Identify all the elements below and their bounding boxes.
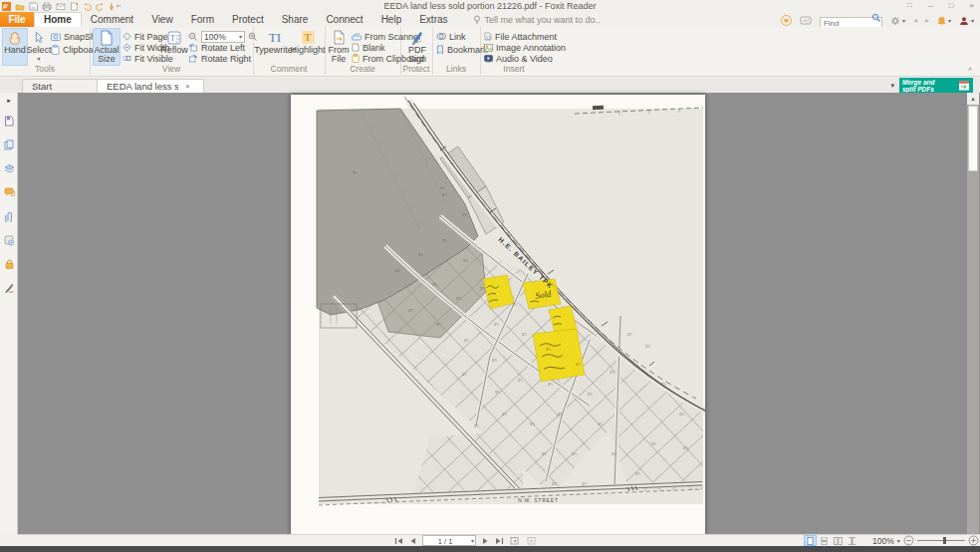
- single-page-view-icon[interactable]: [805, 536, 816, 545]
- facing-view-icon[interactable]: [833, 536, 844, 545]
- first-page-icon[interactable]: [394, 537, 403, 545]
- save-icon[interactable]: [29, 2, 38, 11]
- digital-signatures-panel-icon[interactable]: [3, 234, 15, 246]
- hand-tool-button[interactable]: Hand: [2, 28, 28, 66]
- next-page-icon[interactable]: [482, 537, 489, 545]
- print-icon[interactable]: [42, 2, 52, 11]
- minimize-icon[interactable]: –: [928, 0, 932, 11]
- document-tab-bar: Start EEDA land less sold por... × ▾ Mer…: [0, 78, 980, 93]
- open-file-icon[interactable]: [15, 2, 25, 11]
- undo-icon[interactable]: [83, 2, 92, 11]
- vertical-scrollbar[interactable]: ▲: [967, 93, 979, 535]
- bookmarks-panel-icon[interactable]: [3, 115, 15, 127]
- close-tab-icon[interactable]: ×: [185, 82, 190, 91]
- history-forward-icon[interactable]: ▸: [925, 16, 929, 25]
- tell-me-box[interactable]: Tell me what you want to do..: [473, 12, 601, 27]
- tab-share[interactable]: Share: [273, 12, 318, 27]
- notifications-dropdown[interactable]: ▾: [937, 16, 951, 26]
- window-title: EEDA land less sold portion 21226.pdf - …: [199, 1, 781, 11]
- zoom-slider[interactable]: [917, 536, 965, 545]
- tab-list-dropdown-icon[interactable]: ▾: [890, 82, 894, 90]
- pdf-sign-button[interactable]: PDF Sign: [403, 28, 431, 66]
- group-label-comment: Comment: [253, 64, 325, 74]
- select-tool-button[interactable]: Select ▾: [27, 28, 51, 66]
- chevron-down-icon[interactable]: ▾: [471, 537, 474, 544]
- tab-connect[interactable]: Connect: [317, 12, 371, 27]
- share-screen-icon[interactable]: [800, 16, 812, 26]
- zoom-slider-handle[interactable]: [943, 537, 946, 544]
- zoom-in-button[interactable]: [968, 535, 979, 546]
- scroll-up-icon[interactable]: ▲: [967, 93, 979, 105]
- continuous-view-icon[interactable]: [819, 536, 830, 545]
- zoom-out-icon[interactable]: [188, 32, 198, 42]
- layout-grid-icon[interactable]: ∷: [907, 0, 912, 11]
- actual-size-button[interactable]: Actual Size: [93, 28, 121, 66]
- layers-panel-icon[interactable]: [3, 162, 15, 174]
- avatar-icon: [959, 16, 969, 26]
- expand-panel-arrow-icon[interactable]: ▸: [3, 95, 15, 107]
- ribbon-right-cluster: ▾ ◂ ▸ ▾ ▾: [781, 14, 974, 27]
- audio-video-button[interactable]: Audio & Video: [484, 53, 553, 64]
- merge-split-promo-banner[interactable]: Merge and split PDFs: [899, 78, 973, 93]
- rotate-right-label: Rotate Right: [201, 54, 251, 64]
- tab-extras[interactable]: Extras: [410, 12, 456, 27]
- tab-view[interactable]: View: [142, 12, 182, 27]
- email-icon[interactable]: [56, 2, 66, 11]
- tab-start[interactable]: Start: [22, 79, 100, 93]
- image-annotation-label: Image Annotation: [496, 43, 566, 53]
- hand-icon: [7, 29, 23, 46]
- page-thumbnails-panel-icon[interactable]: [3, 138, 15, 150]
- document-area: ▸: [0, 93, 980, 535]
- reflow-button[interactable]: T Reflow: [161, 28, 187, 66]
- previous-view-icon[interactable]: [510, 536, 520, 545]
- typewriter-button[interactable]: TI Typewriter: [257, 28, 293, 66]
- chevron-down-icon: ▾: [239, 33, 242, 40]
- scrollbar-thumb[interactable]: [968, 106, 978, 171]
- tab-comment[interactable]: Comment: [82, 12, 142, 27]
- tab-form[interactable]: Form: [182, 12, 223, 27]
- highlight-button[interactable]: T Highlight: [293, 28, 323, 66]
- history-back-icon[interactable]: ◂: [913, 16, 917, 25]
- next-view-icon[interactable]: [526, 536, 536, 545]
- rotate-left-button[interactable]: Rotate Left: [188, 42, 245, 53]
- tab-protect[interactable]: Protect: [223, 12, 273, 27]
- close-icon[interactable]: ×: [969, 0, 974, 11]
- tab-document[interactable]: EEDA land less sold por... ×: [97, 79, 204, 93]
- group-tools: Hand Select ▾ SnapShot Clipboard ▾ Tools: [0, 27, 91, 75]
- zoom-dropdown-icon[interactable]: ▾: [897, 537, 900, 544]
- link-button[interactable]: Link: [436, 31, 466, 42]
- file-attachment-button[interactable]: File Attachment: [484, 31, 557, 42]
- attachments-panel-icon[interactable]: [3, 210, 15, 222]
- account-avatar-dropdown[interactable]: ▾: [959, 16, 974, 26]
- blank-button[interactable]: Blank: [352, 42, 385, 53]
- tab-file[interactable]: File: [0, 12, 34, 27]
- ribbon-body: Hand Select ▾ SnapShot Clipboard ▾ Tools: [0, 27, 980, 77]
- zoom-slider-track: [917, 540, 965, 541]
- pdf-page[interactable]: Sold H.E. BAILEY TPK N.W. STREET 1¼1¼1¼1…: [291, 95, 705, 535]
- clipboard-icon: [352, 54, 360, 63]
- tab-home[interactable]: Home: [34, 12, 82, 27]
- signature-pen-panel-icon[interactable]: [3, 282, 15, 294]
- comments-panel-icon[interactable]: [3, 186, 15, 198]
- continuous-facing-view-icon[interactable]: [847, 536, 858, 545]
- security-lock-panel-icon[interactable]: [3, 258, 15, 270]
- tab-help[interactable]: Help: [372, 12, 411, 27]
- image-annotation-button[interactable]: Image Annotation: [484, 42, 566, 53]
- quick-tool-dropdown-icon[interactable]: [109, 2, 121, 11]
- title-bar: EEDA land less sold portion 21226.pdf - …: [0, 0, 980, 12]
- collapse-ribbon-icon[interactable]: ˄: [968, 66, 972, 73]
- search-icon[interactable]: [871, 13, 881, 23]
- from-file-button[interactable]: From File: [327, 28, 351, 66]
- previous-page-icon[interactable]: [409, 537, 416, 545]
- restore-icon[interactable]: □: [948, 0, 953, 11]
- rotate-right-button[interactable]: Rotate Right: [188, 53, 251, 64]
- zoom-out-button[interactable]: [903, 535, 914, 546]
- redo-icon[interactable]: [96, 2, 105, 11]
- last-page-icon[interactable]: [495, 537, 504, 545]
- new-document-icon[interactable]: [70, 2, 79, 11]
- heart-icon[interactable]: [781, 15, 792, 26]
- zoom-combo[interactable]: 100% ▾: [201, 31, 245, 43]
- reflow-label: Reflow: [160, 46, 188, 55]
- settings-gear-dropdown[interactable]: ▾: [890, 16, 905, 26]
- group-label-view: View: [90, 64, 253, 74]
